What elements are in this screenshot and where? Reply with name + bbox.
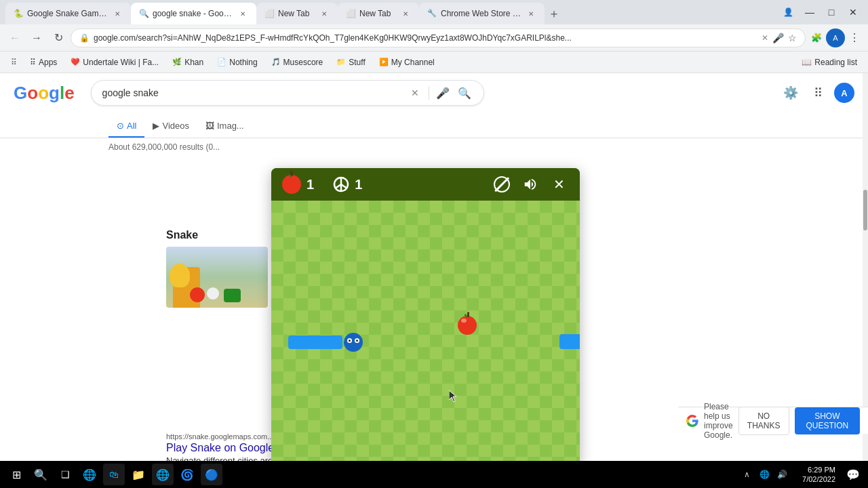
extensions-icon[interactable]: 🧩 xyxy=(808,30,825,46)
tab-3-close[interactable]: ✕ xyxy=(319,8,330,19)
reading-list-button[interactable]: 📖 Reading list xyxy=(796,56,863,69)
google-apps-icon[interactable]: ⠿ xyxy=(807,82,829,104)
profile-btn[interactable]: A xyxy=(826,28,845,47)
bookmark-musescore-label: Musescore xyxy=(283,58,323,67)
apps-button[interactable]: ⠿ xyxy=(5,54,22,70)
bookmark-stuff-label: Stuff xyxy=(349,58,365,67)
settings-icon[interactable]: ⚙️ xyxy=(780,82,802,104)
snake-result-image xyxy=(166,247,268,308)
store-icon: 🛍 xyxy=(109,469,119,480)
tab-1[interactable]: 🐍 Google Snake Game Hack ✕ xyxy=(5,3,131,24)
snake-tail-segment xyxy=(288,336,342,349)
address-text: google.com/search?si=ANhW_NqDe8z1EPS_F-w… xyxy=(94,33,757,43)
bookmark-apps[interactable]: ⠿ Apps xyxy=(24,56,62,69)
date-text: 7/02/2022 xyxy=(802,474,835,484)
tab-3[interactable]: ⬜ New Tab ✕ xyxy=(256,3,338,24)
bookmark-nothing[interactable]: 📄 Nothing xyxy=(212,56,262,69)
no-thanks-button[interactable]: NO THANKS xyxy=(738,407,789,435)
bookmark-musescore[interactable]: 🎵 Musescore xyxy=(266,56,329,69)
snake-head xyxy=(344,333,363,352)
tab-1-close[interactable]: ✕ xyxy=(112,8,123,19)
khan-icon: 🌿 xyxy=(172,58,182,67)
snake-pupil-right xyxy=(356,340,358,342)
google-avatar[interactable]: A xyxy=(834,83,854,103)
back-button[interactable]: ← xyxy=(5,28,24,47)
tab-5-close[interactable]: ✕ xyxy=(526,8,536,19)
mychannel-icon: ▶️ xyxy=(379,58,389,67)
address-clear-icon[interactable]: ✕ xyxy=(762,33,768,43)
forward-button[interactable]: → xyxy=(27,28,46,47)
taskbar-explorer-button[interactable]: 📁 xyxy=(127,464,149,485)
wall-segment-right xyxy=(559,334,580,349)
notification-button[interactable]: 💬 xyxy=(844,465,863,484)
tab-2[interactable]: 🔍 google snake - Google ... ✕ xyxy=(131,3,256,24)
scrollbar-thumb[interactable] xyxy=(863,190,867,230)
sound-button[interactable] xyxy=(520,174,540,195)
snake-result-heading: Snake xyxy=(166,229,268,241)
scrollbar[interactable] xyxy=(863,73,868,461)
peace-icon xyxy=(333,176,349,192)
reading-list-icon: 📖 xyxy=(802,58,812,67)
address-mic-icon[interactable]: 🎤 xyxy=(772,33,784,43)
bookmark-mychannel[interactable]: ▶️ My Channel xyxy=(374,56,440,69)
maximize-button[interactable]: □ xyxy=(822,3,841,22)
tab-4[interactable]: ⬜ New Tab ✕ xyxy=(338,3,419,24)
feedback-text: Please help us improve Google. xyxy=(704,402,733,440)
google-header-right: ⚙️ ⠿ A xyxy=(780,82,854,104)
tab-2-close[interactable]: ✕ xyxy=(237,8,248,19)
taskbar-chrome-button[interactable]: 🌐 xyxy=(152,464,174,485)
taskbar-ie-button[interactable]: 🌐 xyxy=(79,464,100,485)
search-bar[interactable]: google snake ✕ 🎤 🔍 xyxy=(91,80,484,106)
filter-videos[interactable]: ▶ Videos xyxy=(144,115,197,138)
new-tab-button[interactable]: ＋ xyxy=(545,4,564,23)
filter-all-label: All xyxy=(127,121,136,131)
snake-result-card: Snake xyxy=(166,229,268,308)
close-game-button[interactable]: ✕ xyxy=(549,174,569,195)
tab-bar: 🐍 Google Snake Game Hack ✕ 🔍 google snak… xyxy=(0,0,868,24)
bookmark-mychannel-label: My Channel xyxy=(391,58,435,67)
show-question-button[interactable]: SHOW QUESTION xyxy=(795,407,860,434)
bookmark-undertale[interactable]: ❤️ Undertale Wiki | Fa... xyxy=(65,56,164,69)
minimize-button[interactable]: — xyxy=(800,3,819,22)
filter-images[interactable]: 🖼 Imag... xyxy=(197,115,252,138)
snake-eye-left xyxy=(347,338,352,343)
bookmark-stuff[interactable]: 📁 Stuff xyxy=(331,56,370,69)
tab-4-label: New Tab xyxy=(359,9,396,18)
address-bar[interactable]: 🔒 google.com/search?si=ANhW_NqDe8z1EPS_F… xyxy=(71,28,806,47)
task-view-button[interactable]: ❑ xyxy=(54,464,76,485)
taskbar-search-icon: 🔍 xyxy=(34,468,47,481)
tab-1-label: Google Snake Game Hack xyxy=(27,9,108,18)
taskbar-chrome2-button[interactable]: 🌀 xyxy=(176,464,198,485)
apple-score-group: 1 xyxy=(282,175,314,194)
reload-button[interactable]: ↻ xyxy=(49,28,68,47)
taskbar-chrome3-button[interactable]: 🔵 xyxy=(201,464,222,485)
profile-icon[interactable]: 👤 xyxy=(778,3,797,22)
notification-icon: 💬 xyxy=(846,468,860,481)
search-clear-icon[interactable]: ✕ xyxy=(407,85,423,101)
snake-game-header: 1 1 xyxy=(271,168,580,201)
search-submit-icon[interactable]: 🔍 xyxy=(456,85,473,101)
more-options-button[interactable]: ⋮ xyxy=(846,30,863,46)
game-apple-body xyxy=(458,316,477,335)
tray-volume-icon[interactable]: 🔊 xyxy=(775,468,789,481)
search-button[interactable]: 🔍 xyxy=(30,464,52,485)
filter-all[interactable]: ⊙ All xyxy=(108,115,144,138)
time-display[interactable]: 6:29 PM 7/02/2022 xyxy=(797,465,841,485)
taskbar-store-button[interactable]: 🛍 xyxy=(103,464,125,485)
no-icon[interactable] xyxy=(492,174,512,195)
close-button[interactable]: ✕ xyxy=(844,3,863,22)
start-button[interactable]: ⊞ xyxy=(5,464,27,485)
bookmark-khan[interactable]: 🌿 Khan xyxy=(167,56,209,69)
snake-game-area[interactable] xyxy=(271,201,580,461)
tray-network-icon[interactable]: 🌐 xyxy=(757,468,771,481)
tab-2-label: google snake - Google ... xyxy=(153,9,233,18)
tray-expand-icon[interactable]: ∧ xyxy=(740,468,753,481)
tab-5[interactable]: 🔧 Chrome Web Store - tamper... ✕ xyxy=(419,3,545,24)
browser-window: 🐍 Google Snake Game Hack ✕ 🔍 google snak… xyxy=(0,0,868,488)
apps-icon: ⠿ xyxy=(30,58,36,67)
address-bookmark-icon[interactable]: ☆ xyxy=(788,33,797,43)
voice-search-icon[interactable]: 🎤 xyxy=(435,85,451,101)
chrome2-icon: 🌀 xyxy=(180,468,194,481)
results-count: About 629,000,000 results (0... xyxy=(0,138,868,152)
tab-4-close[interactable]: ✕ xyxy=(400,8,411,19)
